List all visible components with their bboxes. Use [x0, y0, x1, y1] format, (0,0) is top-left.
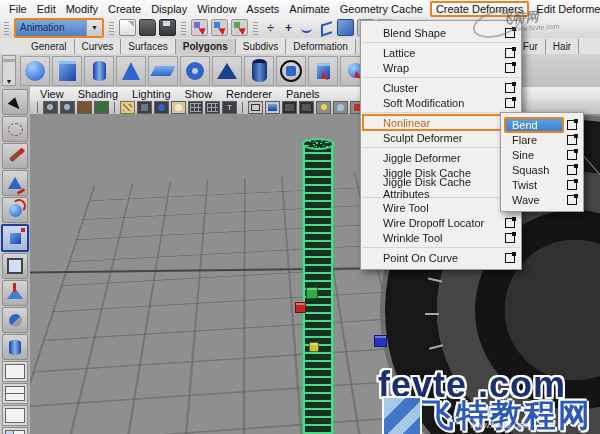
tab-general[interactable]: General [24, 39, 75, 54]
text-hud-icon[interactable]: T [222, 101, 237, 114]
panel-menu-show[interactable]: Show [185, 88, 213, 100]
panel-menu-lighting[interactable]: Lighting [132, 88, 171, 100]
menu-item-cluster[interactable]: Cluster [361, 80, 521, 95]
polygon-sphere-icon[interactable] [20, 56, 50, 86]
snap-curve-icon[interactable] [299, 19, 316, 36]
save-scene-icon[interactable] [159, 19, 176, 36]
grid-toggle-icon[interactable] [120, 101, 135, 114]
paint-select-tool[interactable] [2, 143, 28, 169]
polygon-cylinder-icon[interactable] [84, 56, 114, 86]
camera-icon[interactable] [43, 101, 58, 114]
option-box-icon[interactable] [567, 180, 577, 190]
option-box-icon[interactable] [567, 150, 577, 160]
tab-subdivs[interactable]: Subdivs [236, 39, 287, 54]
option-box-icon[interactable] [567, 195, 577, 205]
submenu-item-bend[interactable]: Bend [501, 117, 583, 132]
submenu-item-flare[interactable]: Flare [501, 132, 583, 147]
drag-grip[interactable] [109, 20, 114, 35]
option-box-icon[interactable] [567, 135, 577, 145]
chevron-down-icon[interactable]: ▼ [86, 20, 102, 36]
snap-point-icon[interactable] [319, 20, 334, 35]
field-chart-icon[interactable] [171, 101, 186, 114]
option-box-icon[interactable] [505, 48, 515, 58]
snap-grid-icon[interactable]: + [281, 20, 296, 35]
single-pane-layout-button[interactable] [2, 361, 28, 382]
option-box-icon[interactable] [505, 63, 515, 73]
safe-action-icon[interactable] [188, 101, 203, 114]
menu-item-sculpt-deformer[interactable]: Sculpt Deformer [361, 130, 521, 145]
wireframe-icon[interactable] [248, 101, 263, 114]
scale-tool[interactable] [1, 224, 29, 252]
menu-modify[interactable]: Modify [61, 2, 103, 16]
option-box-icon[interactable] [505, 98, 515, 108]
shadows-icon[interactable] [333, 101, 348, 114]
smooth-shade-icon[interactable] [265, 101, 280, 114]
yellow-handle-cube[interactable] [309, 342, 319, 352]
option-box-icon[interactable] [505, 83, 515, 93]
drag-grip[interactable] [253, 20, 258, 35]
tab-surfaces[interactable]: Surfaces [121, 39, 175, 54]
safe-title-icon[interactable] [205, 101, 220, 114]
smooth-mesh-icon[interactable] [308, 56, 338, 86]
option-box-icon[interactable] [567, 165, 577, 175]
tab-hair[interactable]: Hair [546, 39, 579, 54]
two-pane-layout-button[interactable] [2, 405, 28, 426]
camera-aim-icon[interactable] [60, 101, 75, 114]
tab-polygons[interactable]: Polygons [176, 39, 236, 54]
option-box-icon[interactable] [505, 253, 515, 263]
drag-grip[interactable] [4, 20, 9, 35]
menu-item-wire-dropoff-locator[interactable]: Wire Dropoff Locator [361, 215, 521, 230]
rotate-tool[interactable] [2, 197, 28, 223]
select-component-icon[interactable] [231, 19, 248, 36]
gate-mask-icon[interactable] [154, 101, 169, 114]
last-tool-used[interactable] [2, 334, 28, 360]
menu-create[interactable]: Create [103, 2, 146, 16]
move-tool[interactable] [2, 170, 28, 196]
menu-geometry-cache[interactable]: Geometry Cache [335, 2, 428, 16]
green-handle-cube[interactable] [306, 287, 318, 299]
film-gate-icon[interactable] [77, 101, 92, 114]
menu-item-jiggle-deformer[interactable]: Jiggle Deformer [361, 150, 521, 165]
menu-item-wrap[interactable]: Wrap [361, 60, 521, 75]
tab-deformation[interactable]: Deformation [286, 39, 355, 54]
menu-item-jiggle-disk-cache-attributes[interactable]: Jiggle Disk Cache Attributes [361, 180, 521, 195]
panel-menu-view[interactable]: View [40, 88, 64, 100]
submenu-item-wave[interactable]: Wave [501, 192, 583, 207]
textured-icon[interactable] [282, 101, 297, 114]
panel-menu-shading[interactable]: Shading [78, 88, 118, 100]
menu-file[interactable]: File [4, 2, 32, 16]
menu-item-lattice[interactable]: Lattice [361, 45, 521, 60]
polygon-prism-icon[interactable] [212, 56, 242, 86]
persp-outliner-layout-button[interactable] [2, 427, 28, 434]
panel-menu-panels[interactable]: Panels [286, 88, 320, 100]
menu-animate[interactable]: Animate [284, 2, 334, 16]
polygon-helix-icon[interactable] [276, 56, 306, 86]
menu-assets[interactable]: Assets [241, 2, 284, 16]
polygon-cone-icon[interactable] [116, 56, 146, 86]
submenu-item-twist[interactable]: Twist [501, 177, 583, 192]
menu-item-soft-modification[interactable]: Soft Modification [361, 95, 521, 110]
highlight-selection-icon[interactable]: ÷ [263, 20, 278, 35]
four-pane-layout-button[interactable] [2, 383, 28, 404]
select-hierarchy-icon[interactable] [191, 19, 208, 36]
polygon-cube-icon[interactable] [52, 56, 82, 86]
blue-handle-cube[interactable] [374, 335, 387, 347]
menu-window[interactable]: Window [192, 2, 241, 16]
menu-item-wire-tool[interactable]: Wire Tool [361, 200, 521, 215]
polygon-plane-icon[interactable] [148, 56, 178, 86]
submenu-item-sine[interactable]: Sine [501, 147, 583, 162]
option-box-icon[interactable] [567, 120, 577, 130]
option-box-icon[interactable] [505, 233, 515, 243]
polygon-torus-icon[interactable] [180, 56, 210, 86]
menu-edit[interactable]: Edit [32, 2, 61, 16]
soft-modification-tool[interactable] [2, 280, 28, 306]
use-default-material-icon[interactable] [299, 101, 314, 114]
drag-grip[interactable] [181, 20, 186, 35]
select-object-icon[interactable] [211, 19, 228, 36]
submenu-item-squash[interactable]: Squash [501, 162, 583, 177]
menu-item-wrinkle-tool[interactable]: Wrinkle Tool [361, 230, 521, 245]
film-gate2-icon[interactable] [137, 101, 152, 114]
new-scene-icon[interactable] [119, 19, 136, 36]
universal-manipulator-tool[interactable] [2, 253, 28, 279]
lighting-icon[interactable] [316, 101, 331, 114]
